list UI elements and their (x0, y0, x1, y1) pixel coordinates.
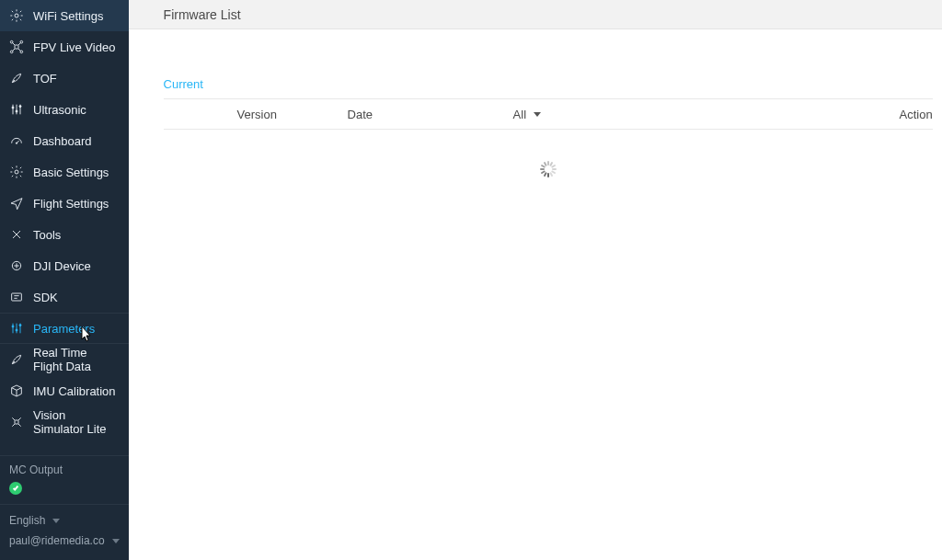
sidebar-item-vision-simulator-lite[interactable]: Vision Simulator Lite (0, 406, 129, 438)
gear-icon (9, 165, 24, 179)
svg-rect-1 (15, 45, 18, 49)
gear-icon (9, 8, 24, 23)
sidebar-item-dji-device[interactable]: DJI Device (0, 250, 129, 281)
mc-output-section: MC Output (0, 455, 129, 504)
sidebar-item-label: Flight Settings (33, 197, 109, 211)
svg-point-14 (16, 329, 17, 331)
sidebar-item-label: Ultrasonic (33, 103, 86, 117)
sidebar-item-sdk[interactable]: SDK (0, 281, 129, 313)
gauge-icon (9, 133, 24, 148)
tools-icon (9, 227, 24, 242)
vision-icon (9, 415, 24, 429)
svg-point-3 (20, 40, 23, 43)
sidebar-item-dashboard[interactable]: Dashboard (0, 125, 129, 156)
sidebar-item-basic-settings[interactable]: Basic Settings (0, 156, 129, 188)
page-title: Firmware List (164, 7, 241, 22)
sidebar-item-real-time-flight-data[interactable]: Real Time Flight Data (0, 344, 129, 375)
main-panel: Firmware List Current Version Date All A… (129, 0, 942, 560)
sliders-icon (9, 321, 24, 336)
sidebar-item-fpv-live-video[interactable]: FPV Live Video (0, 31, 129, 63)
user-email: paul@ridemedia.co (9, 534, 105, 547)
svg-point-15 (19, 325, 21, 326)
language-selector[interactable]: English (9, 510, 120, 531)
sidebar-bottom: English paul@ridemedia.co (0, 504, 129, 560)
sidebar-item-wifi-settings[interactable]: WiFi Settings (0, 0, 129, 31)
device-icon (9, 258, 24, 273)
sdk-icon (9, 290, 24, 304)
sidebar-item-label: Vision Simulator Lite (33, 408, 120, 436)
rocket-icon (9, 71, 24, 86)
svg-point-6 (12, 107, 14, 109)
caret-down-icon (534, 112, 541, 117)
loading-area (164, 130, 933, 177)
sidebar-item-imu-calibration[interactable]: IMU Calibration (0, 375, 129, 406)
sidebar-item-ultrasonic[interactable]: Ultrasonic (0, 94, 129, 125)
svg-rect-16 (15, 420, 18, 424)
app-root: WiFi Settings FPV Live Video TOF Ultraso… (0, 0, 942, 560)
column-date: Date (348, 108, 513, 121)
sidebar-item-label: Basic Settings (33, 166, 109, 179)
svg-point-0 (15, 14, 18, 17)
column-version: Version (164, 108, 348, 121)
caret-down-icon (112, 539, 120, 543)
page-header: Firmware List (129, 0, 942, 29)
sidebar-item-label: TOF (33, 72, 57, 86)
svg-rect-12 (12, 293, 22, 301)
sliders-icon (9, 102, 24, 117)
sidebar-item-flight-settings[interactable]: Flight Settings (0, 188, 129, 219)
tab-current[interactable]: Current (164, 77, 203, 98)
cube-icon (9, 383, 24, 398)
sidebar-list: WiFi Settings FPV Live Video TOF Ultraso… (0, 0, 129, 455)
svg-point-9 (16, 143, 17, 143)
sidebar-item-label: Real Time Flight Data (33, 346, 120, 373)
filter-selected: All (513, 108, 526, 121)
sidebar-item-label: IMU Calibration (33, 384, 116, 398)
paper-plane-icon (9, 196, 24, 211)
sidebar-item-label: Dashboard (33, 134, 92, 148)
rocket-icon (9, 352, 24, 367)
sidebar-item-parameters[interactable]: Parameters (0, 313, 129, 344)
sidebar-item-label: SDK (33, 291, 58, 304)
drone-icon (9, 40, 24, 54)
sidebar-item-tools[interactable]: Tools (0, 219, 129, 250)
sidebar-item-label: WiFi Settings (33, 9, 104, 23)
svg-point-10 (15, 170, 18, 174)
sidebar: WiFi Settings FPV Live Video TOF Ultraso… (0, 0, 129, 560)
sidebar-item-label: DJI Device (33, 259, 91, 273)
svg-point-2 (10, 40, 13, 43)
sidebar-item-label: Tools (33, 228, 61, 242)
language-label: English (9, 514, 45, 527)
content-area: Current Version Date All Action (129, 29, 942, 177)
sidebar-item-label: FPV Live Video (33, 40, 115, 54)
sidebar-item-tof[interactable]: TOF (0, 63, 129, 94)
svg-point-13 (12, 326, 14, 327)
status-ok-icon (9, 482, 22, 495)
table-header: Version Date All Action (164, 98, 933, 130)
svg-point-8 (19, 106, 21, 108)
svg-point-7 (16, 110, 17, 112)
user-menu[interactable]: paul@ridemedia.co (9, 531, 120, 551)
filter-dropdown[interactable]: All (513, 108, 734, 121)
svg-point-5 (20, 51, 23, 53)
caret-down-icon (52, 519, 60, 523)
loading-spinner-icon (540, 161, 557, 177)
mc-output-label: MC Output (9, 463, 120, 476)
sidebar-item-label: Parameters (33, 322, 95, 336)
svg-point-4 (10, 51, 13, 53)
column-action: Action (734, 108, 933, 121)
